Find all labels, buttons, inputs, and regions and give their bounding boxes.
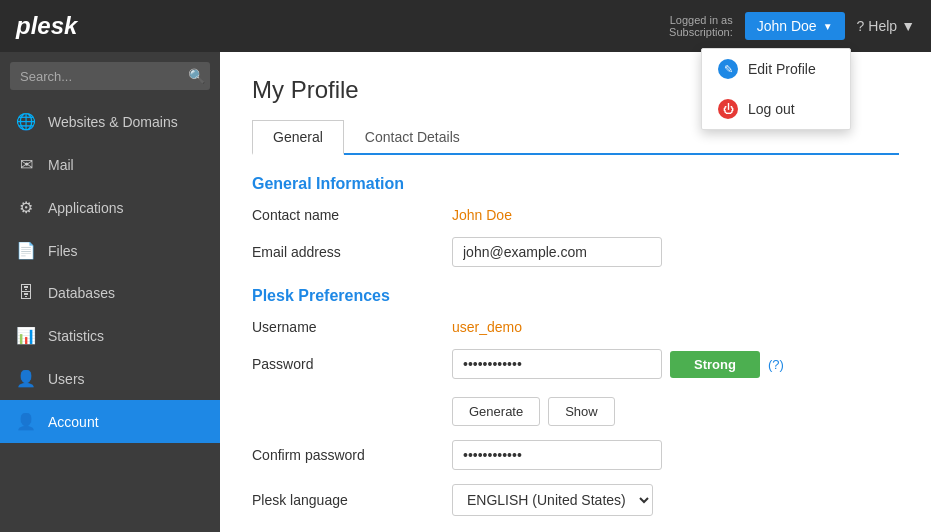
subscription-label: Subscription: bbox=[669, 26, 733, 38]
logout-icon: ⏻ bbox=[718, 99, 738, 119]
sidebar: 🔍 🌐 Websites & Domains ✉ Mail ⚙ Applicat… bbox=[0, 52, 220, 532]
language-label: Plesk language bbox=[252, 492, 452, 508]
sidebar-label-databases: Databases bbox=[48, 285, 115, 301]
help-button[interactable]: ? Help ▼ bbox=[857, 18, 915, 34]
sidebar-label-applications: Applications bbox=[48, 200, 124, 216]
tab-general[interactable]: General bbox=[252, 120, 344, 155]
sidebar-item-databases[interactable]: 🗄 Databases bbox=[0, 272, 220, 314]
sidebar-label-mail: Mail bbox=[48, 157, 74, 173]
confirm-password-row: Confirm password bbox=[252, 440, 899, 470]
username-row: Username user_demo bbox=[252, 319, 899, 335]
sidebar-item-account[interactable]: 👤 Account bbox=[0, 400, 220, 443]
files-icon: 📄 bbox=[16, 241, 36, 260]
logout-label: Log out bbox=[748, 101, 795, 117]
edit-profile-label: Edit Profile bbox=[748, 61, 816, 77]
contact-name-value: John Doe bbox=[452, 207, 512, 223]
sidebar-item-mail[interactable]: ✉ Mail bbox=[0, 143, 220, 186]
sidebar-item-websites-domains[interactable]: 🌐 Websites & Domains bbox=[0, 100, 220, 143]
preferences-title: Plesk Preferences bbox=[252, 287, 899, 305]
search-box: 🔍 bbox=[0, 52, 220, 100]
language-row: Plesk language ENGLISH (United States) bbox=[252, 484, 899, 516]
password-help-icon[interactable]: (?) bbox=[768, 357, 784, 372]
email-label: Email address bbox=[252, 244, 452, 260]
email-input[interactable] bbox=[452, 237, 662, 267]
statistics-icon: 📊 bbox=[16, 326, 36, 345]
general-info-title: General Information bbox=[252, 175, 899, 193]
contact-name-label: Contact name bbox=[252, 207, 452, 223]
generate-button[interactable]: Generate bbox=[452, 397, 540, 426]
sidebar-item-applications[interactable]: ⚙ Applications bbox=[0, 186, 220, 229]
password-buttons-row: Generate Show bbox=[252, 393, 899, 426]
tab-contact-details[interactable]: Contact Details bbox=[344, 120, 481, 153]
help-caret-icon: ▼ bbox=[901, 18, 915, 34]
contact-name-row: Contact name John Doe bbox=[252, 207, 899, 223]
users-icon: 👤 bbox=[16, 369, 36, 388]
sidebar-item-statistics[interactable]: 📊 Statistics bbox=[0, 314, 220, 357]
search-input-wrap[interactable]: 🔍 bbox=[10, 62, 210, 90]
search-input[interactable] bbox=[20, 69, 188, 84]
topbar: plesk Logged in as Subscription: John Do… bbox=[0, 0, 931, 52]
mail-icon: ✉ bbox=[16, 155, 36, 174]
sidebar-label-websites-domains: Websites & Domains bbox=[48, 114, 178, 130]
user-dropdown-button[interactable]: John Doe ▼ bbox=[745, 12, 845, 40]
logged-in-label: Logged in as bbox=[670, 14, 733, 26]
user-dropdown-menu: ✎ Edit Profile ⏻ Log out bbox=[701, 48, 851, 130]
sidebar-label-users: Users bbox=[48, 371, 85, 387]
caret-icon: ▼ bbox=[823, 21, 833, 32]
confirm-password-input[interactable] bbox=[452, 440, 662, 470]
password-button-group: Generate Show bbox=[452, 397, 615, 426]
show-button[interactable]: Show bbox=[548, 397, 615, 426]
applications-icon: ⚙ bbox=[16, 198, 36, 217]
sidebar-item-files[interactable]: 📄 Files bbox=[0, 229, 220, 272]
user-name-label: John Doe bbox=[757, 18, 817, 34]
password-controls: Strong (?) bbox=[452, 349, 784, 379]
edit-profile-item[interactable]: ✎ Edit Profile bbox=[702, 49, 850, 89]
search-icon: 🔍 bbox=[188, 68, 205, 84]
sidebar-label-account: Account bbox=[48, 414, 99, 430]
confirm-password-label: Confirm password bbox=[252, 447, 452, 463]
databases-icon: 🗄 bbox=[16, 284, 36, 302]
username-value: user_demo bbox=[452, 319, 522, 335]
logged-info: Logged in as Subscription: bbox=[669, 14, 733, 38]
help-icon: ? bbox=[857, 18, 865, 34]
sidebar-item-users[interactable]: 👤 Users bbox=[0, 357, 220, 400]
username-label: Username bbox=[252, 319, 452, 335]
account-icon: 👤 bbox=[16, 412, 36, 431]
plesk-logo: plesk bbox=[16, 12, 77, 40]
sidebar-label-statistics: Statistics bbox=[48, 328, 104, 344]
edit-profile-icon: ✎ bbox=[718, 59, 738, 79]
topbar-right: Logged in as Subscription: John Doe ▼ ? … bbox=[669, 12, 915, 40]
logout-item[interactable]: ⏻ Log out bbox=[702, 89, 850, 129]
globe-icon: 🌐 bbox=[16, 112, 36, 131]
language-select[interactable]: ENGLISH (United States) bbox=[452, 484, 653, 516]
password-row: Password Strong (?) bbox=[252, 349, 899, 379]
sidebar-label-files: Files bbox=[48, 243, 78, 259]
help-label: Help bbox=[868, 18, 897, 34]
password-input[interactable] bbox=[452, 349, 662, 379]
password-strength-bar: Strong bbox=[670, 351, 760, 378]
password-label: Password bbox=[252, 356, 452, 372]
email-row: Email address bbox=[252, 237, 899, 267]
